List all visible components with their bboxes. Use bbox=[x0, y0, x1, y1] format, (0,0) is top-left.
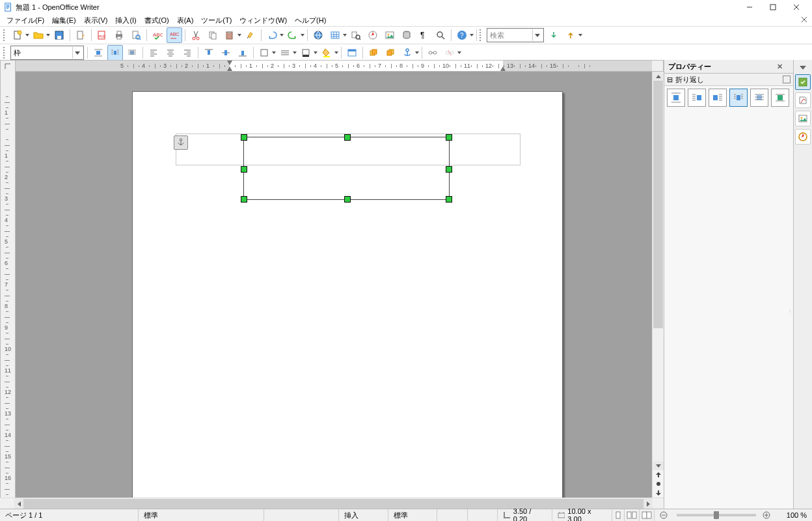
open-dropdown[interactable] bbox=[46, 28, 51, 42]
status-insert-mode[interactable]: 挿入 bbox=[339, 509, 388, 521]
zoom-value[interactable]: 100 % bbox=[773, 509, 812, 521]
table-dropdown[interactable] bbox=[342, 28, 347, 42]
style-combo[interactable]: 枠 bbox=[10, 46, 84, 60]
maximize-button[interactable] bbox=[761, 0, 785, 14]
panel-section-wrap[interactable]: ⊟ 折り返し bbox=[664, 74, 793, 86]
toolbar-grip[interactable] bbox=[3, 29, 7, 41]
zoom-out-button[interactable] bbox=[655, 509, 673, 521]
vertical-scrollbar[interactable] bbox=[652, 72, 664, 498]
undo-button[interactable] bbox=[264, 27, 280, 43]
status-size[interactable]: 10.00 x 3.00 bbox=[552, 509, 612, 521]
save-button[interactable] bbox=[51, 27, 67, 43]
wrap-parallel-button[interactable] bbox=[729, 89, 748, 107]
resize-handle-sw[interactable] bbox=[241, 196, 247, 203]
status-modified[interactable] bbox=[437, 509, 467, 521]
find-toolbar-more[interactable] bbox=[578, 28, 583, 42]
horizontal-ruler[interactable]: 54321123456789101112131415 bbox=[16, 60, 652, 72]
selected-frame[interactable] bbox=[243, 137, 450, 200]
border-color-dropdown[interactable] bbox=[313, 46, 318, 60]
minimize-button[interactable] bbox=[738, 0, 761, 14]
frame-properties-button[interactable] bbox=[344, 45, 360, 61]
styles-tab[interactable] bbox=[795, 92, 811, 108]
gallery-tab[interactable] bbox=[795, 111, 811, 126]
edit-button[interactable] bbox=[73, 27, 88, 43]
hyperlink-button[interactable] bbox=[310, 27, 326, 43]
open-button[interactable] bbox=[31, 27, 46, 43]
help-dropdown[interactable] bbox=[469, 28, 474, 42]
undo-dropdown[interactable] bbox=[279, 28, 284, 42]
gallery-button[interactable] bbox=[382, 27, 398, 43]
status-style[interactable]: 標準 bbox=[139, 509, 264, 521]
nav-browse-button[interactable] bbox=[653, 479, 664, 488]
navigator-tab[interactable] bbox=[795, 129, 811, 145]
resize-handle-n[interactable] bbox=[344, 134, 351, 141]
paste-dropdown[interactable] bbox=[237, 28, 242, 42]
resize-handle-w[interactable] bbox=[241, 166, 247, 173]
background-color-button[interactable] bbox=[319, 45, 334, 61]
scroll-up-arrow[interactable] bbox=[653, 72, 664, 81]
close-button[interactable] bbox=[785, 0, 808, 14]
frame-toolbar-more[interactable] bbox=[457, 46, 462, 60]
export-pdf-button[interactable]: PDF bbox=[94, 27, 110, 43]
wrap-none-button[interactable] bbox=[667, 89, 685, 107]
menu-edit[interactable]: 編集(E) bbox=[48, 15, 80, 26]
nav-prev-button[interactable] bbox=[653, 470, 664, 479]
status-language[interactable] bbox=[264, 509, 339, 521]
menu-table[interactable]: 表(A) bbox=[173, 15, 198, 26]
resize-handle-e[interactable] bbox=[446, 166, 452, 173]
document-canvas[interactable] bbox=[16, 72, 652, 498]
format-paintbrush-button[interactable] bbox=[243, 27, 258, 43]
view-multi-page[interactable] bbox=[625, 509, 640, 521]
cut-button[interactable] bbox=[188, 27, 204, 43]
wrap-through-button[interactable] bbox=[124, 45, 140, 61]
status-page[interactable]: ページ 1 / 1 bbox=[0, 509, 139, 521]
borders-dropdown[interactable] bbox=[271, 46, 277, 60]
bring-to-front-button[interactable] bbox=[366, 45, 381, 61]
hscroll-thumb[interactable] bbox=[23, 499, 643, 509]
resize-handle-ne[interactable] bbox=[446, 134, 452, 141]
status-position[interactable]: 3.50 / 0.20 bbox=[498, 509, 552, 521]
menu-file[interactable]: ファイル(F) bbox=[3, 15, 48, 26]
menu-insert[interactable]: 挿入(I) bbox=[111, 15, 140, 26]
status-signature[interactable] bbox=[468, 509, 498, 521]
redo-button[interactable] bbox=[285, 27, 301, 43]
scroll-right-arrow[interactable] bbox=[643, 498, 653, 509]
anchor-dropdown[interactable] bbox=[414, 46, 420, 60]
table-button[interactable] bbox=[327, 27, 343, 43]
help-button[interactable]: ? bbox=[454, 27, 470, 43]
print-preview-button[interactable] bbox=[128, 27, 144, 43]
zoom-button[interactable] bbox=[433, 27, 448, 43]
zoom-in-button[interactable] bbox=[760, 509, 773, 521]
align-left-button[interactable] bbox=[146, 45, 161, 61]
anchor-icon[interactable] bbox=[174, 135, 188, 150]
auto-spellcheck-button[interactable]: ABC bbox=[167, 27, 182, 43]
menu-view[interactable]: 表示(V) bbox=[80, 15, 112, 26]
align-center-h-button[interactable] bbox=[163, 45, 178, 61]
data-sources-button[interactable] bbox=[399, 27, 414, 43]
align-center-v-button[interactable] bbox=[218, 45, 234, 61]
resize-handle-nw[interactable] bbox=[241, 134, 247, 141]
new-dropdown[interactable] bbox=[25, 28, 30, 42]
properties-tab[interactable] bbox=[795, 74, 811, 90]
sidebar-config-button[interactable] bbox=[796, 64, 810, 72]
print-button[interactable] bbox=[111, 27, 127, 43]
scroll-left-arrow[interactable] bbox=[14, 498, 23, 509]
background-color-dropdown[interactable] bbox=[334, 46, 339, 60]
anchor-button[interactable] bbox=[399, 45, 415, 61]
scroll-down-arrow[interactable] bbox=[653, 461, 664, 470]
wrap-page-button[interactable] bbox=[107, 45, 123, 61]
align-right-button[interactable] bbox=[180, 45, 195, 61]
section-more-icon[interactable] bbox=[783, 76, 791, 83]
resize-handle-se[interactable] bbox=[446, 196, 452, 203]
menu-help[interactable]: ヘルプ(H) bbox=[291, 15, 330, 26]
horizontal-scrollbar[interactable] bbox=[14, 498, 653, 509]
panel-grip[interactable]: ⋮ bbox=[788, 309, 792, 335]
copy-button[interactable] bbox=[205, 27, 221, 43]
borders-button[interactable] bbox=[256, 45, 272, 61]
vertical-ruler[interactable]: 123456789101112131415161 bbox=[0, 72, 16, 498]
toolbar-grip-2[interactable] bbox=[3, 47, 7, 59]
view-single-page[interactable] bbox=[612, 509, 625, 521]
border-style-dropdown[interactable] bbox=[292, 46, 297, 60]
border-style-button[interactable] bbox=[277, 45, 293, 61]
zoom-slider-thumb[interactable] bbox=[714, 511, 719, 519]
